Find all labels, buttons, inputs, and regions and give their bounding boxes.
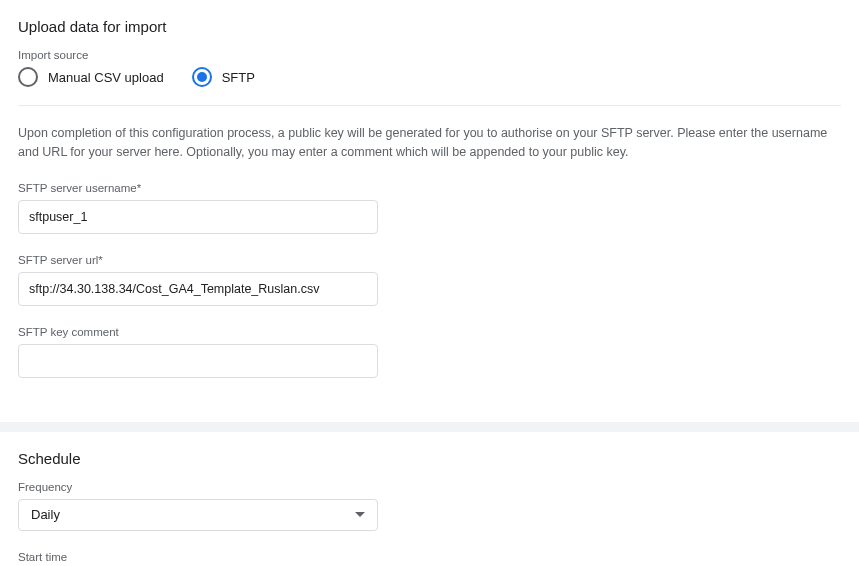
radio-dot-icon [197,72,207,82]
radio-sftp[interactable]: SFTP [192,67,255,87]
radio-manual-csv[interactable]: Manual CSV upload [18,67,164,87]
upload-section: Upload data for import Import source Man… [0,0,859,422]
import-source-radios: Manual CSV upload SFTP [18,67,841,87]
start-time-label: Start time [18,551,841,563]
schedule-title: Schedule [18,450,841,467]
radio-manual-label: Manual CSV upload [48,70,164,85]
radio-sftp-label: SFTP [222,70,255,85]
radio-checked-icon [192,67,212,87]
chevron-down-icon [355,512,365,517]
url-group: SFTP server url* [18,254,841,306]
sftp-username-input[interactable] [18,200,378,234]
url-label: SFTP server url* [18,254,841,266]
frequency-label: Frequency [18,481,841,493]
username-group: SFTP server username* [18,182,841,234]
frequency-group: Frequency Daily [18,481,841,531]
radio-unchecked-icon [18,67,38,87]
frequency-value: Daily [31,507,60,522]
username-label: SFTP server username* [18,182,841,194]
divider [18,105,841,106]
comment-group: SFTP key comment [18,326,841,378]
comment-label: SFTP key comment [18,326,841,338]
frequency-select[interactable]: Daily [18,499,378,531]
upload-title: Upload data for import [18,18,841,35]
schedule-section: Schedule Frequency Daily Start time 00:0… [0,432,859,567]
import-source-label: Import source [18,49,841,61]
section-gap [0,422,859,432]
sftp-help-text: Upon completion of this configuration pr… [18,124,841,162]
start-time-group: Start time 00:00 – 01:00 [18,551,841,567]
sftp-comment-input[interactable] [18,344,378,378]
sftp-url-input[interactable] [18,272,378,306]
